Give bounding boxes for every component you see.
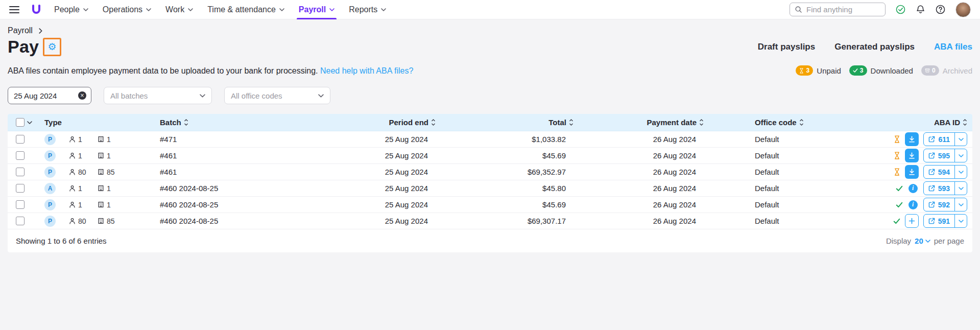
aba-id: 594 <box>938 168 950 176</box>
brand-logo-icon <box>31 4 42 15</box>
tab-aba-files[interactable]: ABA files <box>934 42 972 52</box>
breadcrumb-payroll[interactable]: Payroll <box>8 26 33 35</box>
aba-file-button[interactable]: 595 <box>923 149 967 162</box>
external-link-icon <box>928 136 935 143</box>
aba-file-button[interactable]: 593 <box>923 181 967 195</box>
help-icon[interactable] <box>936 5 945 14</box>
table-header-row: Type Batch Period end Total Payment date… <box>8 114 972 131</box>
aba-file-button[interactable]: 594 <box>923 165 967 179</box>
batch-cell: #461 <box>160 151 308 160</box>
aba-options-chevron[interactable] <box>954 133 967 146</box>
row-checkbox[interactable] <box>16 168 25 176</box>
row-checkbox[interactable] <box>16 217 25 225</box>
info-icon[interactable]: i <box>907 198 919 211</box>
chevron-down-icon <box>959 187 964 190</box>
col-header-total[interactable]: Total <box>548 118 573 127</box>
date-filter-value: 25 Aug 2024 <box>14 91 57 100</box>
batch-cell: #461 <box>160 168 308 176</box>
aba-help-link[interactable]: Need help with ABA files? <box>320 66 413 75</box>
select-menu-chevron-icon[interactable] <box>27 121 32 124</box>
menu-icon[interactable] <box>9 6 19 13</box>
aba-file-button[interactable]: 591 <box>923 214 967 228</box>
tab-generated-payslips[interactable]: Generated payslips <box>834 42 915 52</box>
main-nav: People Operations Work Time & attendance… <box>47 0 393 19</box>
period-end-cell: 25 Aug 2024 <box>308 135 436 144</box>
tab-draft-payslips[interactable]: Draft payslips <box>758 42 815 52</box>
office-count: 85 <box>98 168 126 176</box>
aba-options-chevron[interactable] <box>954 182 967 195</box>
legend-label: Unpaid <box>817 66 841 75</box>
total-cell: $45.80 <box>436 184 573 193</box>
row-checkbox[interactable] <box>16 151 25 160</box>
type-badge: P <box>44 167 56 178</box>
tab-bar: Draft payslips Generated payslips ABA fi… <box>758 42 972 52</box>
batches-filter[interactable]: All batches <box>104 87 212 104</box>
download-button[interactable] <box>905 149 919 162</box>
aba-id: 595 <box>938 152 950 160</box>
unpaid-hourglass-icon <box>894 152 900 159</box>
period-end-cell: 25 Aug 2024 <box>308 184 436 193</box>
add-button[interactable] <box>905 214 919 228</box>
search-input[interactable] <box>806 5 880 14</box>
table-row: P 80 85 #461 25 Aug 2024 $69,352.97 26 A… <box>8 164 972 180</box>
app-logo[interactable] <box>31 4 42 15</box>
per-page-suffix: per page <box>934 237 964 245</box>
status-legend: 3 Unpaid 3 Downloaded 0 Archived <box>796 64 972 76</box>
nav-item-work[interactable]: Work <box>158 0 200 19</box>
actions-cell: i 611 <box>839 132 967 146</box>
notifications-bell-icon[interactable] <box>916 5 925 14</box>
chevron-down-icon <box>279 8 284 11</box>
top-navbar: People Operations Work Time & attendance… <box>0 0 980 19</box>
pay-settings-button[interactable]: ⚙ <box>43 38 61 56</box>
col-header-batch[interactable]: Batch <box>160 118 188 127</box>
external-link-icon <box>928 169 935 175</box>
row-checkbox[interactable] <box>16 184 25 193</box>
actions-cell: i 593 <box>839 181 967 195</box>
chevron-down-icon <box>925 240 930 243</box>
nav-item-payroll[interactable]: Payroll <box>292 0 342 19</box>
nav-item-time-attendance[interactable]: Time & attendance <box>200 0 292 19</box>
select-all-checkbox[interactable] <box>16 118 25 127</box>
row-checkbox[interactable] <box>16 135 25 144</box>
date-filter[interactable]: 25 Aug 2024 × <box>8 87 91 104</box>
col-header-aba-id[interactable]: ABA ID <box>934 118 967 127</box>
clear-date-icon[interactable]: × <box>78 91 86 100</box>
nav-item-reports[interactable]: Reports <box>342 0 393 19</box>
global-search[interactable] <box>790 3 886 16</box>
nav-label: Reports <box>349 5 377 14</box>
nav-item-operations[interactable]: Operations <box>95 0 158 19</box>
row-checkbox[interactable] <box>16 200 25 209</box>
aba-file-button[interactable]: 592 <box>923 198 967 211</box>
employee-count: 1 <box>69 184 98 193</box>
col-header-period-end[interactable]: Period end <box>389 118 436 127</box>
total-cell: $69,307.17 <box>436 217 573 225</box>
download-button[interactable] <box>905 132 919 146</box>
per-page-select[interactable]: 20 <box>915 237 930 245</box>
total-cell: $1,033.82 <box>436 135 573 144</box>
page-content: Payroll Pay ⚙ Draft payslips Generated p… <box>0 26 980 252</box>
payment-date-cell: 26 Aug 2024 <box>573 168 704 176</box>
col-header-payment-date[interactable]: Payment date <box>647 118 704 127</box>
aba-options-chevron[interactable] <box>954 215 967 227</box>
hourglass-icon <box>799 68 804 74</box>
breadcrumb: Payroll <box>8 26 972 35</box>
col-header-office-code[interactable]: Office code <box>755 118 804 127</box>
tasks-complete-icon[interactable] <box>896 5 905 14</box>
office-codes-filter[interactable]: All office codes <box>224 87 330 104</box>
aba-id: 591 <box>938 217 950 225</box>
avatar[interactable] <box>955 2 971 17</box>
legend-label: Downloaded <box>871 66 913 75</box>
chevron-down-icon <box>200 94 205 98</box>
total-cell: $69,352.97 <box>436 168 573 176</box>
aba-options-chevron[interactable] <box>954 149 967 162</box>
nav-item-people[interactable]: People <box>47 0 95 19</box>
aba-file-button[interactable]: 611 <box>923 132 967 146</box>
unpaid-hourglass-icon <box>894 135 900 143</box>
actions-cell: i 591 <box>839 214 967 228</box>
aba-options-chevron[interactable] <box>954 166 967 178</box>
period-end-cell: 25 Aug 2024 <box>308 168 436 176</box>
aba-options-chevron[interactable] <box>954 198 967 211</box>
type-cell: P 1 1 <box>44 150 160 161</box>
info-icon[interactable]: i <box>907 181 919 195</box>
download-button[interactable] <box>905 165 919 179</box>
